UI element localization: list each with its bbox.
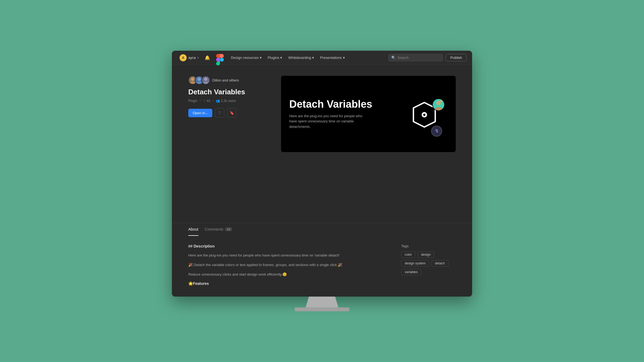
plugin-type: Plugin: [188, 99, 197, 103]
comments-badge: 10: [225, 227, 232, 231]
search-bar[interactable]: 🔍 Search: [388, 54, 443, 61]
nav-design-resources[interactable]: Design resources ▾: [228, 54, 264, 61]
author-avatars: [188, 76, 210, 85]
publish-button[interactable]: Publish: [446, 54, 467, 61]
plugin-title: Detach Variables: [188, 88, 265, 96]
monitor: A ayca ▾ 🔔 Design resources: [172, 51, 472, 296]
nav-presentations[interactable]: Presentations ▾: [317, 54, 348, 61]
monitor-stand: [306, 297, 338, 307]
preview-description: Here are the plug-ins you need for peopl…: [289, 113, 366, 129]
svg-point-3: [196, 82, 202, 85]
tag-detach[interactable]: detach: [431, 260, 448, 267]
graphic-circle-2: ↯: [431, 126, 442, 137]
tag-design[interactable]: design: [418, 251, 434, 258]
hexagon-graphic: ↯: [412, 101, 439, 132]
svg-point-8: [423, 114, 425, 116]
chevron-down-icon: ▾: [280, 56, 282, 60]
plugin-users: 👥 2.2k users: [216, 99, 236, 103]
tag-color[interactable]: color: [401, 251, 415, 258]
tag-design-system[interactable]: design system: [401, 260, 429, 267]
nav-whiteboarding[interactable]: Whiteboarding ▾: [285, 54, 317, 61]
svg-point-2: [198, 78, 201, 81]
avatar: [201, 76, 210, 85]
svg-point-1: [190, 82, 196, 85]
svg-point-9: [436, 101, 441, 105]
svg-point-11: [440, 100, 443, 102]
description-panel: ## Description Here are the plug-ins you…: [188, 244, 385, 285]
tab-comments[interactable]: Comments 10: [205, 223, 232, 236]
preview-text: Detach Variables Here are the plug-ins y…: [289, 99, 404, 129]
svg-point-5: [203, 82, 209, 85]
plugin-actions: Open in... ♡ 🔖: [188, 108, 265, 117]
search-icon: 🔍: [391, 56, 396, 60]
search-placeholder: Search: [397, 56, 409, 60]
tags-panel: Tags color design design system detach v…: [401, 244, 456, 285]
tab-about[interactable]: About: [188, 223, 198, 236]
tags-container: color design design system detach variab…: [401, 251, 456, 275]
user-menu[interactable]: A ayca ▾: [177, 53, 201, 62]
chevron-down-icon: ▾: [312, 56, 314, 60]
preview-graphic: ↯: [404, 92, 448, 136]
open-button[interactable]: Open in...: [188, 109, 212, 117]
like-button[interactable]: ♡: [215, 108, 224, 117]
user-avatar: A: [180, 54, 187, 61]
navbar: A ayca ▾ 🔔 Design resources: [172, 51, 472, 65]
svg-point-10: [434, 107, 442, 111]
bell-icon[interactable]: 🔔: [203, 53, 212, 62]
description-heading: ## Description: [188, 244, 385, 248]
tabs: About Comments 10: [188, 223, 456, 236]
bookmark-button[interactable]: 🔖: [227, 108, 236, 117]
preview-panel: Detach Variables Here are the plug-ins y…: [281, 76, 456, 212]
users-icon: 👥: [216, 99, 220, 103]
svg-point-0: [191, 78, 194, 81]
description-feature1: 🎉 Detach the variable colors or text app…: [188, 262, 385, 268]
description-feature2: Reduce unnecessary clicks and start desi…: [188, 272, 385, 277]
monitor-base: [295, 307, 349, 311]
nav-plugins[interactable]: Plugins ▾: [265, 54, 285, 61]
nav-links: Design resources ▾ Plugins ▾ Whiteboardi…: [228, 54, 386, 61]
left-panel: Dillon and others Detach Variables Plugi…: [188, 76, 265, 212]
chevron-down-icon: ▾: [343, 56, 345, 60]
description-intro: Here are the plug-ins you need for peopl…: [188, 253, 385, 258]
features-heading: 🌟Features: [188, 281, 385, 286]
graphic-circle-1: [432, 98, 445, 111]
tag-variables[interactable]: variables: [401, 269, 421, 275]
plugin-meta: Plugin • ♡ 41 • 👥 2.2k users: [188, 99, 265, 103]
svg-point-4: [204, 78, 207, 81]
author-name: Dillon and others: [212, 78, 239, 82]
user-name: ayca: [188, 56, 196, 60]
chevron-down-icon: ▾: [260, 56, 262, 60]
chevron-down-icon: ▾: [197, 56, 199, 59]
plugin-preview: Detach Variables Here are the plug-ins y…: [281, 76, 456, 152]
tags-title: Tags: [401, 244, 456, 248]
tabs-section: About Comments 10: [172, 223, 472, 236]
figma-logo: [216, 54, 224, 62]
svg-text:↯: ↯: [435, 128, 439, 133]
preview-title: Detach Variables: [289, 99, 398, 110]
main-content: Dillon and others Detach Variables Plugi…: [172, 65, 472, 223]
content-section: ## Description Here are the plug-ins you…: [172, 236, 472, 296]
heart-icon: ♡: [203, 99, 206, 103]
plugin-likes: ♡ 41: [203, 99, 210, 103]
nav-right: 🔍 Search Publish: [388, 54, 467, 61]
authors: Dillon and others: [188, 76, 265, 85]
